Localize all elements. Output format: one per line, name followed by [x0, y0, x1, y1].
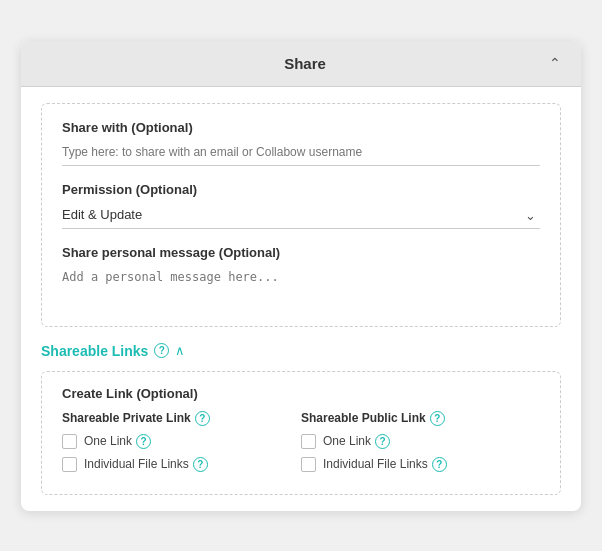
public-one-link-help-icon[interactable]: ?	[375, 434, 390, 449]
public-individual-checkbox[interactable]	[301, 457, 316, 472]
link-columns: Shareable Private Link ? One Link ?	[62, 411, 540, 480]
permission-value: Edit & Update	[62, 203, 540, 228]
permission-select[interactable]: Edit & Update ⌄	[62, 203, 540, 229]
public-column-help-icon[interactable]: ?	[430, 411, 445, 426]
private-one-link-row: One Link ?	[62, 434, 301, 449]
shareable-links-header: Shareable Links ? ∧	[41, 343, 561, 359]
public-link-column: Shareable Public Link ? One Link ?	[301, 411, 540, 480]
shareable-links-help-icon[interactable]: ?	[154, 343, 169, 358]
private-individual-checkbox[interactable]	[62, 457, 77, 472]
public-one-link-label: One Link ?	[323, 434, 390, 449]
private-individual-label: Individual File Links ?	[84, 457, 208, 472]
public-one-link-row: One Link ?	[301, 434, 540, 449]
share-form-box: Share with (Optional) Permission (Option…	[41, 103, 561, 327]
share-with-label: Share with (Optional)	[62, 120, 540, 135]
shareable-links-collapse-icon[interactable]: ∧	[175, 343, 185, 358]
public-one-link-checkbox[interactable]	[301, 434, 316, 449]
permission-chevron-icon: ⌄	[525, 208, 536, 223]
public-individual-row: Individual File Links ?	[301, 457, 540, 472]
personal-message-label: Share personal message (Optional)	[62, 245, 540, 260]
share-with-input[interactable]	[62, 141, 540, 166]
private-individual-row: Individual File Links ?	[62, 457, 301, 472]
public-individual-label: Individual File Links ?	[323, 457, 447, 472]
private-one-link-label: One Link ?	[84, 434, 151, 449]
public-individual-help-icon[interactable]: ?	[432, 457, 447, 472]
private-one-link-help-icon[interactable]: ?	[136, 434, 151, 449]
collapse-icon[interactable]: ⌃	[549, 55, 561, 71]
panel-header: Share ⌃	[21, 41, 581, 87]
create-link-label: Create Link (Optional)	[62, 386, 540, 401]
private-link-column: Shareable Private Link ? One Link ?	[62, 411, 301, 480]
private-column-header: Shareable Private Link ?	[62, 411, 301, 426]
private-one-link-checkbox[interactable]	[62, 434, 77, 449]
create-link-box: Create Link (Optional) Shareable Private…	[41, 371, 561, 495]
panel-body: Share with (Optional) Permission (Option…	[21, 87, 581, 511]
private-individual-help-icon[interactable]: ?	[193, 457, 208, 472]
personal-message-input[interactable]	[62, 266, 540, 306]
permission-label: Permission (Optional)	[62, 182, 540, 197]
panel-title: Share	[61, 55, 549, 72]
public-column-header: Shareable Public Link ?	[301, 411, 540, 426]
private-column-help-icon[interactable]: ?	[195, 411, 210, 426]
shareable-links-title: Shareable Links	[41, 343, 148, 359]
share-panel: Share ⌃ Share with (Optional) Permission…	[21, 41, 581, 511]
